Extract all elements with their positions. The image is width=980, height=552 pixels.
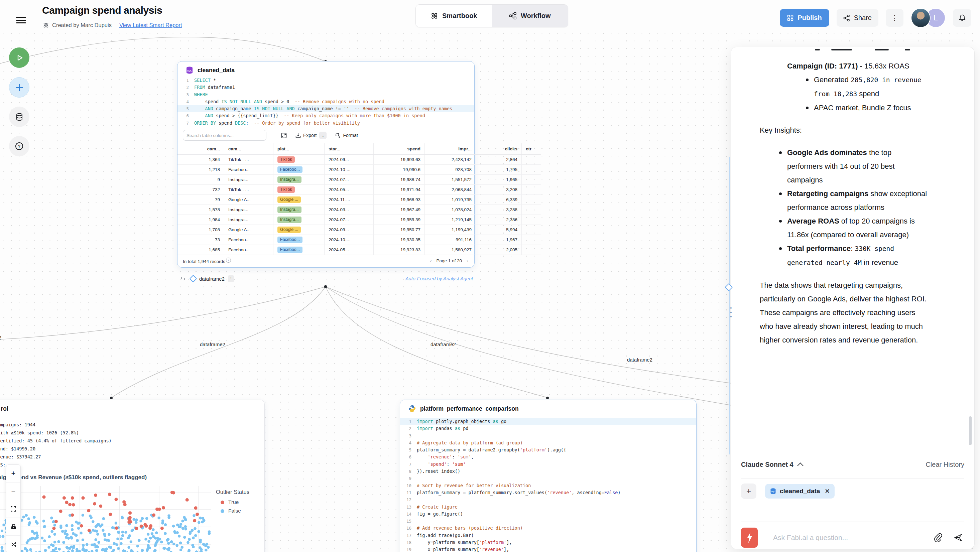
scatter-point-true [114, 498, 118, 501]
scatter-point-false [192, 545, 195, 548]
export-options-chevron[interactable]: ⌄ [319, 132, 326, 139]
export-button[interactable]: Export [296, 133, 317, 138]
block-cleaned-data[interactable]: SQL cleaned_data 1SELECT *2FROM datafram… [177, 61, 475, 268]
code-line[interactable]: 15 [400, 518, 696, 525]
code-line[interactable]: 1SELECT * [178, 77, 474, 84]
chat-question-input[interactable] [772, 533, 934, 542]
scatter-point-false [96, 533, 99, 536]
view-smart-report-link[interactable]: View Latest Smart Report [119, 22, 182, 29]
table-row[interactable]: 73Faceboo...Faceboo...2024-10-...19,930.… [178, 235, 541, 245]
publish-button[interactable]: Publish [780, 9, 829, 27]
code-line[interactable]: 9 [400, 475, 696, 482]
code-line[interactable]: 6 'revenue': 'sum', [400, 453, 696, 460]
result-table[interactable]: cam...cam...plat...star...spendimpr...cl… [178, 143, 541, 255]
more-options-button[interactable]: ⋮ [886, 9, 904, 27]
output-dataframe-label[interactable]: dataframe2 [199, 276, 224, 282]
code-line[interactable]: 4 spend IS NOT NULL AND spend > 0 -- Rem… [178, 98, 474, 105]
table-row[interactable]: 1,685Faceboo...Faceboo...2024-05...19,92… [178, 245, 541, 255]
tab-workflow[interactable]: Workflow [492, 5, 568, 27]
scatter-point-false [121, 515, 124, 519]
code-line[interactable]: 18 y=platform_summary['platform'], [400, 539, 696, 546]
add-block-button[interactable] [9, 77, 29, 97]
lock-axes-button[interactable] [6, 518, 21, 536]
code-line[interactable]: 14fig = go.Figure() [400, 511, 696, 518]
table-row[interactable]: 1,708Google A...Google ...2024-09...19,9… [178, 225, 541, 235]
next-page-icon[interactable]: › [466, 258, 468, 264]
code-line[interactable]: 2FROM dataframe1 [178, 84, 474, 91]
table-row[interactable]: 79Google A...Google ...2024-11-...19,968… [178, 195, 541, 205]
code-line[interactable]: 3 [400, 433, 696, 439]
code-line[interactable]: 13# Create figure [400, 504, 696, 511]
zoom-in-button[interactable]: + [6, 465, 21, 482]
code-line[interactable]: 2import pandas as pd [400, 425, 696, 432]
fullscreen-button[interactable] [6, 500, 21, 518]
code-line[interactable]: 4# Aggregate data by platform (ad group) [400, 439, 696, 446]
context-chip-cleaned-data[interactable]: SQL cleaned_data ✕ [765, 484, 835, 498]
expand-table-icon[interactable] [281, 133, 287, 138]
code-line[interactable]: 11platform_summary = platform_summary.so… [400, 489, 696, 496]
search-table-columns-input[interactable] [183, 130, 266, 141]
code-line[interactable]: 3WHERE [178, 91, 474, 98]
column-header[interactable]: spend [374, 143, 425, 155]
column-header[interactable]: star... [325, 143, 374, 155]
code-line[interactable]: 12 [400, 496, 696, 503]
notifications-button[interactable] [953, 9, 971, 27]
plus-icon [15, 83, 24, 92]
model-selector[interactable]: Claude Sonnet 4 [741, 461, 802, 468]
table-row[interactable]: 1,578Instagra...Instagra...2024-03...19,… [178, 205, 541, 215]
code-line[interactable]: 10# Sort by revenue for better visualiza… [400, 482, 696, 489]
column-header[interactable]: plat... [274, 143, 325, 155]
output-options-icon[interactable]: ⋮ [228, 275, 234, 282]
block-campaign-roi[interactable]: campaign_roi Filtered campaigns: 1944Cam… [0, 399, 265, 552]
zoom-out-button[interactable]: − [6, 482, 21, 500]
sql-code-editor[interactable]: 1SELECT *2FROM dataframe13WHERE4 spend I… [178, 77, 474, 127]
remove-context-icon[interactable]: ✕ [824, 487, 830, 495]
legend-item-false[interactable]: False [221, 508, 249, 514]
column-header[interactable]: clicks [476, 143, 522, 155]
clear-history-button[interactable]: Clear History [926, 461, 964, 468]
column-header[interactable]: cam... [224, 143, 274, 155]
code-line[interactable]: 8}).reset_index() [400, 468, 696, 475]
table-row[interactable]: 1,364TikTok - ...TikTok2024-09...19,993.… [178, 155, 541, 165]
shuffle-button[interactable] [6, 536, 21, 552]
block-platform-performance[interactable]: platform_performance_comparison 1import … [400, 399, 697, 552]
run-workflow-button[interactable] [9, 48, 29, 68]
scatter-point-false [62, 541, 65, 544]
table-row[interactable]: 1,218Faceboo...Faceboo...2024-10-...19,9… [178, 165, 541, 175]
code-line[interactable]: 1import plotly.graph_objects as go [400, 418, 696, 425]
tab-smartbook-label: Smartbook [442, 12, 477, 20]
add-context-button[interactable]: + [741, 484, 756, 499]
hamburger-menu-icon[interactable] [16, 15, 26, 23]
code-line[interactable]: 16# Add revenue bars (positive direction… [400, 525, 696, 531]
play-icon [15, 54, 24, 62]
scatter-point-false [81, 538, 84, 541]
drag-handle-icon[interactable]: ••• [730, 306, 732, 319]
legend-item-true[interactable]: True [221, 499, 249, 505]
data-sources-button[interactable] [9, 107, 29, 127]
code-line[interactable]: 7 'spend': 'sum' [400, 461, 696, 468]
python-code-editor[interactable]: 1import plotly.graph_objects as go2impor… [400, 418, 696, 552]
scatter-point-false [113, 542, 116, 545]
table-row[interactable]: 1,984Instagra...Instagra...2024-07...19,… [178, 215, 541, 225]
help-button[interactable]: ? [9, 136, 29, 156]
share-button[interactable]: Share [837, 9, 878, 27]
prev-page-icon[interactable]: ‹ [430, 258, 431, 264]
code-line[interactable]: 17fig.add_trace(go.Bar( [400, 532, 696, 539]
attachment-icon[interactable] [934, 533, 942, 542]
column-header[interactable]: impr... [425, 143, 476, 155]
publish-grid-icon [787, 15, 794, 21]
code-line[interactable]: 19 x=platform_summary['revenue'], [400, 546, 696, 552]
code-line[interactable]: 6 AND spend > {{spend_limit}} -- Keep on… [178, 112, 474, 119]
avatar-photo[interactable] [911, 8, 931, 28]
code-line[interactable]: 5platform_summary = dataframe2.groupby('… [400, 446, 696, 453]
code-line[interactable]: 7ORDER BY spend DESC; -- Order by spend … [178, 119, 474, 127]
table-row[interactable]: 732TikTok - ...TikTok2024-05...19,971.94… [178, 185, 541, 195]
column-header[interactable]: cam... [178, 143, 224, 155]
tab-smartbook[interactable]: Smartbook [416, 5, 492, 27]
format-button[interactable]: Format [335, 133, 358, 138]
code-line[interactable]: 5 AND campaign_name IS NOT NULL AND camp… [178, 105, 474, 112]
column-header[interactable]: ctr [522, 143, 541, 155]
send-icon[interactable] [954, 533, 963, 542]
table-row[interactable]: 9Instagra...Instagra...2024-07...19,988.… [178, 175, 541, 185]
chat-scrollbar[interactable] [969, 416, 972, 445]
